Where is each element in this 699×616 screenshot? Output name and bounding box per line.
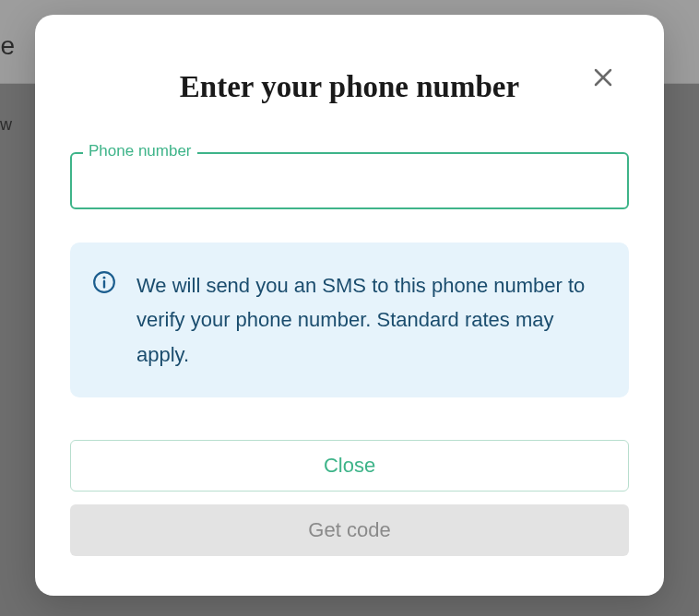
info-box: We will send you an SMS to this phone nu… bbox=[70, 243, 629, 397]
phone-input[interactable] bbox=[70, 152, 629, 209]
close-button[interactable]: Close bbox=[70, 440, 629, 492]
info-text: We will send you an SMS to this phone nu… bbox=[136, 268, 605, 372]
modal-title: Enter your phone number bbox=[70, 70, 629, 104]
close-icon bbox=[592, 66, 614, 89]
phone-input-wrapper: Phone number bbox=[70, 152, 629, 209]
button-stack: Close Get code bbox=[70, 440, 629, 556]
svg-point-3 bbox=[103, 277, 106, 279]
get-code-button[interactable]: Get code bbox=[70, 504, 629, 556]
phone-input-label: Phone number bbox=[83, 142, 197, 160]
phone-number-modal: Enter your phone number Phone number We … bbox=[35, 15, 664, 596]
info-icon bbox=[92, 270, 116, 294]
close-icon-button[interactable] bbox=[588, 63, 618, 92]
